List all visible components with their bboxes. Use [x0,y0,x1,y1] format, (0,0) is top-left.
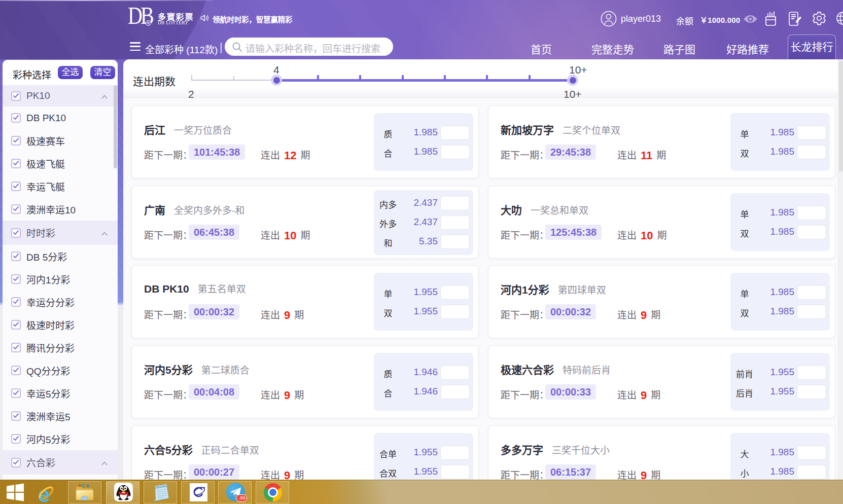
svg-text:e: e [38,483,50,504]
